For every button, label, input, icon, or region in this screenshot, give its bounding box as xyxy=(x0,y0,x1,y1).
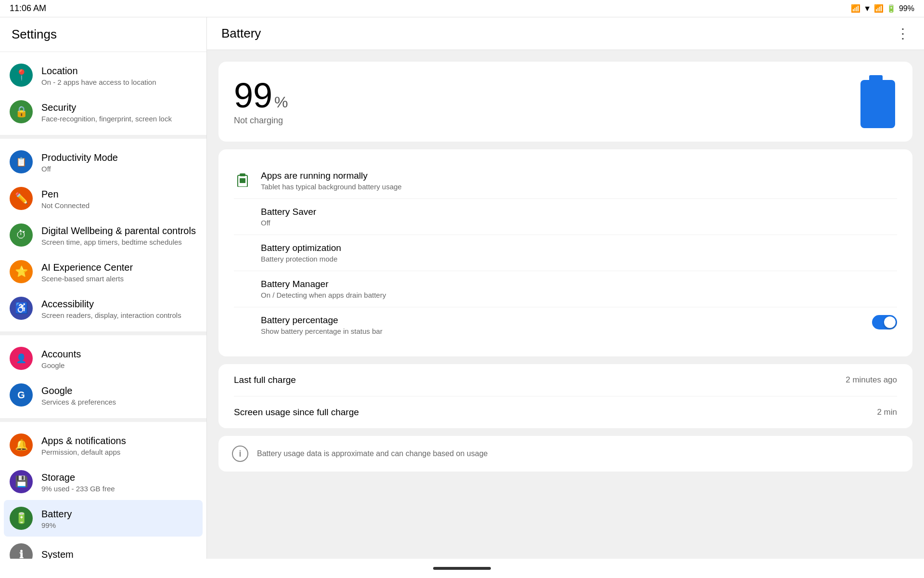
sidebar-item-security[interactable]: 🔒 Security Face-recognition, fingerprint… xyxy=(0,93,206,130)
digital-wellbeing-text: Digital Wellbeing & parental controls Sc… xyxy=(41,224,197,246)
info-circle-icon: i xyxy=(232,446,248,462)
battery-nav-text: Battery 99% xyxy=(41,508,197,529)
storage-subtitle: 9% used - 233 GB free xyxy=(41,485,197,493)
battery-graphic xyxy=(859,75,897,128)
bottom-nav-bar xyxy=(0,559,924,578)
battery-optimization-subtitle: Battery protection mode xyxy=(261,255,897,263)
battery-percentage-title: Battery percentage xyxy=(261,315,862,326)
productivity-text: Productivity Mode Off xyxy=(41,151,197,173)
last-full-charge-label: Last full charge xyxy=(234,375,296,385)
right-header: Battery ⋮ xyxy=(207,17,924,50)
battery-hero: 99 % Not charging xyxy=(234,75,897,128)
sidebar-item-pen[interactable]: ✏️ Pen Not Connected xyxy=(0,180,206,217)
apps-running-item[interactable]: Apps are running normally Tablet has typ… xyxy=(234,163,897,199)
status-bar: 11:06 AM 📶 ▼ 📶 🔋 99% xyxy=(0,0,924,17)
accounts-title: Accounts xyxy=(41,348,197,360)
home-indicator[interactable] xyxy=(433,567,491,570)
svg-rect-2 xyxy=(240,178,245,183)
apps-running-subtitle: Tablet has typical background battery us… xyxy=(261,183,897,191)
location-subtitle: On - 2 apps have access to location xyxy=(41,78,197,86)
right-panel-title: Battery xyxy=(221,26,261,41)
info-note-card: i Battery usage data is approximate and … xyxy=(218,436,912,472)
battery-optimization-item[interactable]: Battery optimization Battery protection … xyxy=(234,235,897,271)
pen-title: Pen xyxy=(41,188,197,200)
screen-usage-row[interactable]: Screen usage since full charge 2 min xyxy=(234,396,897,428)
ai-subtitle: Scene-based smart alerts xyxy=(41,275,197,283)
battery-icon-status: 🔋 xyxy=(886,4,896,13)
sidebar-title: Settings xyxy=(0,17,206,52)
pen-icon: ✏️ xyxy=(10,187,33,210)
battery-saver-text: Battery Saver Off xyxy=(234,207,897,227)
battery-manager-title: Battery Manager xyxy=(261,279,897,289)
battery-optimization-title: Battery optimization xyxy=(261,243,897,253)
system-title: System xyxy=(41,548,197,559)
sidebar-item-system[interactable]: ℹ System xyxy=(0,537,206,559)
battery-number: 99 xyxy=(234,78,272,113)
info-card-content: i Battery usage data is approximate and … xyxy=(218,436,912,472)
settings-group-3: 👤 Accounts Google G Google Services & pr… xyxy=(0,331,206,418)
productivity-subtitle: Off xyxy=(41,165,197,173)
battery-saver-item[interactable]: Battery Saver Off xyxy=(234,199,897,235)
battery-saver-title: Battery Saver xyxy=(261,207,897,217)
accessibility-text: Accessibility Screen readers, display, i… xyxy=(41,298,197,319)
svg-rect-1 xyxy=(240,173,245,176)
pen-text: Pen Not Connected xyxy=(41,188,197,210)
google-icon: G xyxy=(10,383,33,407)
battery-percent-display: 99 % xyxy=(234,78,288,113)
google-text: Google Services & preferences xyxy=(41,384,197,406)
sidebar-item-ai[interactable]: ⭐ AI Experience Center Scene-based smart… xyxy=(0,253,206,290)
security-subtitle: Face-recognition, fingerprint, screen lo… xyxy=(41,115,197,123)
pen-subtitle: Not Connected xyxy=(41,201,197,210)
battery-percentage-item[interactable]: Battery percentage Show battery percenta… xyxy=(234,307,897,343)
sidebar-item-digital-wellbeing[interactable]: ⏱ Digital Wellbeing & parental controls … xyxy=(0,217,206,253)
sidebar-item-accessibility[interactable]: ♿ Accessibility Screen readers, display,… xyxy=(0,290,206,327)
apps-text: Apps & notifications Permission, default… xyxy=(41,434,197,456)
battery-manager-item[interactable]: Battery Manager On / Detecting when apps… xyxy=(234,271,897,307)
security-title: Security xyxy=(41,101,197,114)
battery-saver-subtitle: Off xyxy=(261,219,897,227)
screen-usage-value: 2 min xyxy=(877,407,897,417)
settings-group-2: 📋 Productivity Mode Off ✏️ Pen Not Conne… xyxy=(0,135,206,331)
battery-percent-status: 99% xyxy=(899,4,914,13)
sidebar-item-location[interactable]: 📍 Location On - 2 apps have access to lo… xyxy=(0,57,206,93)
battery-optimization-text: Battery optimization Battery protection … xyxy=(234,243,897,263)
apps-running-title: Apps are running normally xyxy=(261,171,897,181)
battery-body xyxy=(860,80,895,128)
bluetooth-icon: 📶 xyxy=(851,4,860,13)
ai-text: AI Experience Center Scene-based smart a… xyxy=(41,261,197,283)
location-icon: 📍 xyxy=(10,64,33,87)
sidebar-item-google[interactable]: G Google Services & preferences xyxy=(0,377,206,413)
ai-title: AI Experience Center xyxy=(41,261,197,274)
status-right: 📶 ▼ 📶 🔋 99% xyxy=(851,4,914,13)
apps-title: Apps & notifications xyxy=(41,434,197,447)
google-title: Google xyxy=(41,384,197,397)
sidebar-item-apps[interactable]: 🔔 Apps & notifications Permission, defau… xyxy=(0,427,206,463)
battery-manager-text: Battery Manager On / Detecting when apps… xyxy=(234,279,897,299)
charging-status: Not charging xyxy=(234,116,288,126)
battery-nav-subtitle: 99% xyxy=(41,521,197,529)
sidebar-item-battery[interactable]: 🔋 Battery 99% xyxy=(4,500,203,537)
battery-percent-sign: % xyxy=(274,93,288,111)
info-note-text: Battery usage data is approximate and ca… xyxy=(257,449,488,458)
battery-percentage-text: Battery percentage Show battery percenta… xyxy=(234,315,862,335)
battery-content: 99 % Not charging xyxy=(207,50,924,483)
productivity-title: Productivity Mode xyxy=(41,151,197,164)
sidebar-item-accounts[interactable]: 👤 Accounts Google xyxy=(0,340,206,377)
location-title: Location xyxy=(41,65,197,77)
accessibility-subtitle: Screen readers, display, interaction con… xyxy=(41,311,197,319)
productivity-icon: 📋 xyxy=(10,150,33,173)
accessibility-title: Accessibility xyxy=(41,298,197,310)
accessibility-icon: ♿ xyxy=(10,297,33,320)
apps-subtitle: Permission, default apps xyxy=(41,448,197,456)
accounts-subtitle: Google xyxy=(41,361,197,369)
ai-icon: ⭐ xyxy=(10,260,33,283)
location-text: Location On - 2 apps have access to loca… xyxy=(41,65,197,86)
system-icon: ℹ xyxy=(10,543,33,559)
last-full-charge-value: 2 minutes ago xyxy=(846,375,897,385)
more-options-icon[interactable]: ⋮ xyxy=(896,26,910,41)
last-full-charge-row[interactable]: Last full charge 2 minutes ago xyxy=(234,364,897,396)
sidebar-item-storage[interactable]: 💾 Storage 9% used - 233 GB free xyxy=(0,463,206,500)
charge-info-card: Last full charge 2 minutes ago Screen us… xyxy=(218,364,912,428)
sidebar-item-productivity[interactable]: 📋 Productivity Mode Off xyxy=(0,144,206,180)
battery-percentage-toggle[interactable] xyxy=(872,315,897,329)
